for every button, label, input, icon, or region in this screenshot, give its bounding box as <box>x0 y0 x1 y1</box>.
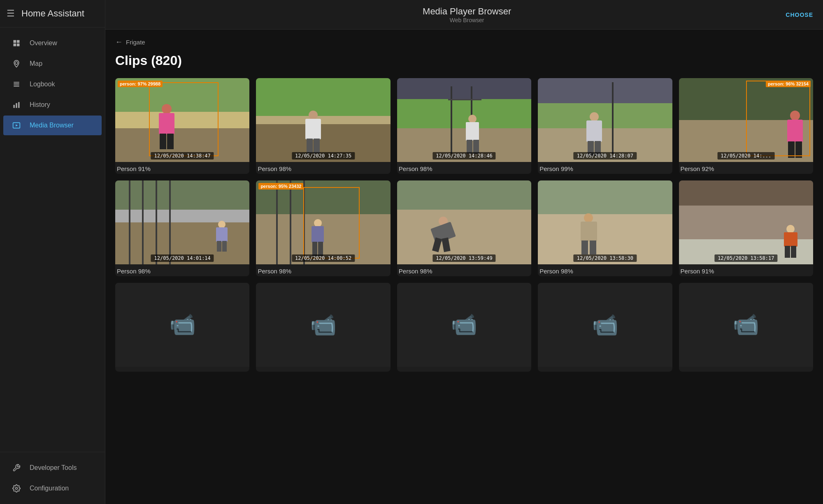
clip-item[interactable]: 📹 <box>256 283 390 372</box>
timestamp-overlay: 12/05/2020 13:59:49 <box>432 254 495 262</box>
sidebar-bottom: Developer Tools Configuration <box>0 452 105 504</box>
clip-thumbnail: 📹 <box>256 283 390 367</box>
clip-label <box>538 367 672 372</box>
breadcrumb[interactable]: ← Frigate <box>115 38 813 46</box>
clip-thumbnail: 12/05/2020 14:27:35 <box>256 78 390 162</box>
clip-thumbnail: 📹 <box>115 283 249 367</box>
video-placeholder-icon: 📹 <box>592 312 618 338</box>
clip-item[interactable]: 12/05/2020 13:59:49 Person 98% <box>397 180 531 276</box>
clip-item[interactable]: 📹 <box>397 283 531 372</box>
clip-item[interactable]: 12/05/2020 14:01:14 Person 98% <box>115 180 249 276</box>
svg-rect-1 <box>17 40 20 43</box>
wrench-icon <box>12 464 21 472</box>
svg-marker-13 <box>16 125 18 127</box>
detection-label: person: 97% 29988 <box>118 81 163 87</box>
clip-thumbnail: 12/05/2020 13:58:30 <box>538 180 672 264</box>
sidebar-header: ☰ Home Assistant <box>0 0 105 28</box>
clip-item[interactable]: 📹 <box>115 283 249 372</box>
media-icon <box>12 121 21 129</box>
timestamp-overlay: 12/05/2020 14:... <box>717 152 774 160</box>
svg-rect-10 <box>16 103 17 108</box>
top-bar-center: Media Player Browser Web Browser <box>423 6 511 23</box>
svg-rect-3 <box>17 44 20 46</box>
clip-label: Person 91% <box>115 162 249 174</box>
svg-point-14 <box>16 488 18 490</box>
top-bar: Media Player Browser Web Browser CHOOSE <box>105 0 823 30</box>
svg-rect-9 <box>14 105 15 108</box>
sidebar-item-history[interactable]: History <box>3 95 102 115</box>
clip-item[interactable]: 12/05/2020 13:58:30 Person 98% <box>538 180 672 276</box>
content-area: ← Frigate Clips (820) <box>105 30 823 504</box>
video-placeholder-icon: 📹 <box>310 312 337 338</box>
choose-button[interactable]: CHOOSE <box>786 12 813 18</box>
topbar-title: Media Player Browser <box>423 6 511 17</box>
sidebar-item-label-history: History <box>30 101 50 109</box>
svg-point-4 <box>15 62 18 65</box>
menu-icon[interactable]: ☰ <box>7 8 15 19</box>
clip-label <box>679 367 813 372</box>
clip-label <box>256 367 390 372</box>
clip-item[interactable]: 12/05/2020 14:27:35 Person 98% <box>256 78 390 174</box>
sidebar-item-label-developer-tools: Developer Tools <box>30 464 77 472</box>
timestamp-overlay: 12/05/2020 14:28:07 <box>574 152 637 160</box>
sidebar-item-label-logbook: Logbook <box>30 81 55 88</box>
clip-label: Person 98% <box>397 264 531 276</box>
sidebar-item-label-overview: Overview <box>30 39 57 47</box>
timestamp-overlay: 12/05/2020 14:01:14 <box>151 254 214 262</box>
clip-thumbnail: 12/05/2020 14:28:46 <box>397 78 531 162</box>
timestamp-overlay: 12/05/2020 13:58:30 <box>574 254 637 262</box>
sidebar-item-map[interactable]: Map <box>3 54 102 74</box>
clip-item[interactable]: person: 96% 32154 12/05/2020 14:... Pers… <box>679 78 813 174</box>
clip-label: Person 99% <box>538 162 672 174</box>
sidebar-nav: Overview Map Logbook <box>0 28 105 452</box>
sidebar-item-developer-tools[interactable]: Developer Tools <box>3 458 102 478</box>
clip-thumbnail: person: 96% 32154 12/05/2020 14:... <box>679 78 813 162</box>
main-content: Media Player Browser Web Browser CHOOSE … <box>105 0 823 504</box>
video-placeholder-icon: 📹 <box>451 312 477 337</box>
clip-item[interactable]: 📹 <box>538 283 672 372</box>
timestamp-overlay: 12/05/2020 14:27:35 <box>292 152 355 160</box>
clip-thumbnail: person: 95% 23432 12/05/2020 14:00:52 <box>256 180 390 264</box>
clip-thumbnail: 📹 <box>397 283 531 367</box>
clip-item[interactable]: person: 97% 29988 12/05/2020 14:38:47 Pe… <box>115 78 249 174</box>
map-icon <box>12 60 21 68</box>
clip-item[interactable]: 12/05/2020 14:28:46 Person 98% <box>397 78 531 174</box>
clip-label <box>397 367 531 372</box>
clip-item[interactable]: 📹 <box>679 283 813 372</box>
svg-rect-2 <box>14 44 16 46</box>
clip-label: Person 98% <box>256 264 390 276</box>
detection-label: person: 95% 23432 <box>258 183 303 190</box>
page-title: Clips (820) <box>115 53 813 68</box>
clips-grid: person: 97% 29988 12/05/2020 14:38:47 Pe… <box>115 78 813 372</box>
clip-label <box>115 367 249 372</box>
sidebar-item-overview[interactable]: Overview <box>3 33 102 53</box>
clip-label: Person 92% <box>679 162 813 174</box>
clip-thumbnail: 📹 <box>538 283 672 367</box>
clip-thumbnail: 12/05/2020 14:28:07 <box>538 78 672 162</box>
video-placeholder-icon: 📹 <box>169 312 196 337</box>
sidebar-item-media-browser[interactable]: Media Browser <box>3 116 102 135</box>
timestamp-overlay: 12/05/2020 14:38:47 <box>151 152 214 160</box>
timestamp-overlay: 12/05/2020 14:00:52 <box>292 254 355 262</box>
timestamp-overlay: 12/05/2020 13:58:17 <box>714 254 777 262</box>
clip-item[interactable]: 12/05/2020 14:28:07 Person 99% <box>538 78 672 174</box>
back-arrow-icon: ← <box>115 38 123 46</box>
sidebar-item-logbook[interactable]: Logbook <box>3 74 102 94</box>
sidebar: ☰ Home Assistant Overview Map <box>0 0 105 504</box>
sidebar-item-label-media-browser: Media Browser <box>30 122 74 129</box>
sidebar-item-label-configuration: Configuration <box>30 485 69 492</box>
svg-rect-0 <box>14 40 16 43</box>
clip-item[interactable]: person: 95% 23432 12/05/2020 14:00:52 Pe… <box>256 180 390 276</box>
app-title: Home Assistant <box>21 8 84 19</box>
sidebar-item-label-map: Map <box>30 60 42 67</box>
topbar-subtitle: Web Browser <box>423 17 511 23</box>
clip-label: Person 98% <box>397 162 531 174</box>
clip-thumbnail: 12/05/2020 14:01:14 <box>115 180 249 264</box>
clip-thumbnail: 12/05/2020 13:58:17 <box>679 180 813 264</box>
breadcrumb-label: Frigate <box>126 39 145 46</box>
chart-icon <box>12 101 21 109</box>
clip-item[interactable]: 12/05/2020 13:58:17 Person 91% <box>679 180 813 276</box>
sidebar-item-configuration[interactable]: Configuration <box>3 479 102 498</box>
detection-label: person: 96% 32154 <box>766 81 811 87</box>
clip-label: Person 98% <box>256 162 390 174</box>
